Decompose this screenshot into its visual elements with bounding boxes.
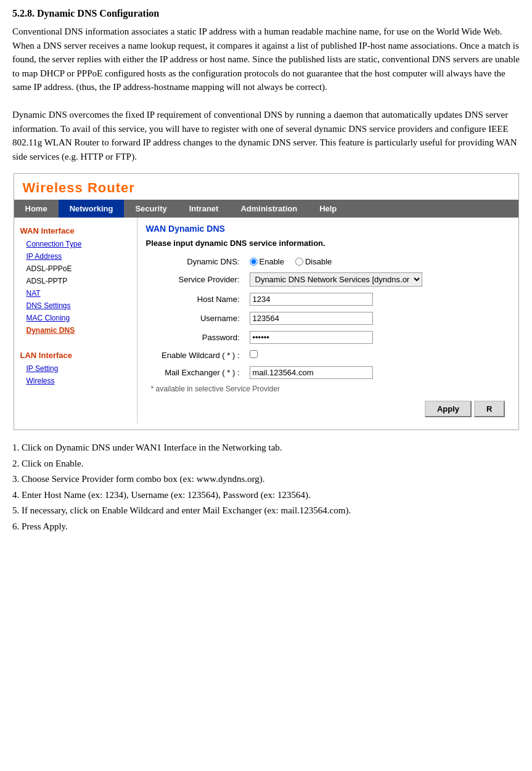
disable-radio[interactable]: [295, 258, 303, 266]
username-label: Username:: [146, 309, 245, 328]
wildcard-checkbox[interactable]: [250, 350, 258, 358]
sidebar-link-connection-type[interactable]: Connection Type: [14, 238, 137, 250]
step-5: 5. If necessary, click on Enable Wildcar…: [12, 503, 520, 519]
dynamic-dns-row: Dynamic DNS: Enable Disable: [146, 254, 510, 269]
wildcard-label: Enable Wildcard ( * ) :: [146, 347, 245, 363]
host-name-cell: [245, 290, 510, 309]
username-input[interactable]: [250, 312, 373, 325]
section-title: WAN Dynamic DNS: [146, 224, 510, 234]
mail-exchanger-input[interactable]: [250, 366, 373, 379]
password-row: Password:: [146, 328, 510, 347]
wildcard-row: Enable Wildcard ( * ) :: [146, 347, 510, 363]
host-name-input[interactable]: [250, 293, 373, 306]
sidebar-link-dns-settings[interactable]: DNS Settings: [14, 300, 137, 312]
password-cell: [245, 328, 510, 347]
enable-label: Enable: [260, 257, 284, 266]
host-name-row: Host Name:: [146, 290, 510, 309]
nav-networking[interactable]: Networking: [59, 200, 125, 218]
router-title: Wireless Router: [23, 180, 135, 195]
nav-administration[interactable]: Administration: [229, 200, 308, 218]
mail-exchanger-label: Mail Exchanger ( * ) :: [146, 363, 245, 382]
main-content: WAN Dynamic DNS Please input dynamic DNS…: [137, 218, 518, 423]
router-header: Wireless Router: [14, 174, 518, 200]
service-provider-cell: Dynamic DNS Network Services [dyndns.org…: [245, 269, 510, 290]
nav-help[interactable]: Help: [308, 200, 348, 218]
nav-home[interactable]: Home: [14, 200, 59, 218]
instruction-text: Please input dynamic DNS service informa…: [146, 239, 510, 248]
sidebar-link-ip-setting[interactable]: IP Setting: [14, 362, 137, 375]
sidebar-link-ip-address[interactable]: IP Address: [14, 250, 137, 263]
disable-radio-label[interactable]: Disable: [295, 257, 332, 266]
username-cell: [245, 309, 510, 328]
sidebar-link-nat[interactable]: NAT: [14, 287, 137, 300]
step-6: 6. Press Apply.: [12, 519, 520, 535]
service-provider-select[interactable]: Dynamic DNS Network Services [dyndns.org…: [250, 272, 422, 287]
nav-bar: Home Networking Security Intranet Admini…: [14, 200, 518, 218]
step-3: 3. Choose Service Provider form combo bo…: [12, 471, 520, 487]
button-row: Apply R: [146, 396, 510, 417]
apply-button[interactable]: Apply: [425, 401, 472, 417]
enable-radio-label[interactable]: Enable: [250, 257, 284, 266]
sidebar-link-wireless[interactable]: Wireless: [14, 375, 137, 387]
step-1: 1. Click on Dynamic DNS under WAN1 Inter…: [12, 440, 520, 456]
password-label: Password:: [146, 328, 245, 347]
sidebar-link-mac-cloning[interactable]: MAC Cloning: [14, 312, 137, 324]
intro-para-1: Conventional DNS information associates …: [12, 25, 520, 94]
bottom-steps: 1. Click on Dynamic DNS under WAN1 Inter…: [12, 440, 520, 534]
mail-exchanger-cell: [245, 363, 510, 382]
password-input[interactable]: [250, 331, 373, 344]
reset-button[interactable]: R: [474, 401, 504, 417]
step-2: 2. Click on Enable.: [12, 456, 520, 472]
sidebar-text-adsl-pppoe: ADSL-PPPoE: [14, 263, 137, 275]
service-provider-label: Service Provider:: [146, 269, 245, 290]
enable-radio[interactable]: [250, 258, 258, 266]
router-box: Wireless Router Home Networking Security…: [14, 173, 519, 430]
sidebar: WAN Interface Connection Type IP Address…: [14, 218, 137, 423]
mail-exchanger-row: Mail Exchanger ( * ) :: [146, 363, 510, 382]
service-provider-row: Service Provider: Dynamic DNS Network Se…: [146, 269, 510, 290]
dns-radio-group: Enable Disable: [250, 257, 505, 266]
step-4: 4. Enter Host Name (ex: 1234), Username …: [12, 487, 520, 504]
content-area: WAN Interface Connection Type IP Address…: [14, 218, 518, 423]
form-table: Dynamic DNS: Enable Disable: [146, 254, 510, 382]
dynamic-dns-label: Dynamic DNS:: [146, 254, 245, 269]
username-row: Username:: [146, 309, 510, 328]
dynamic-dns-options: Enable Disable: [245, 254, 510, 269]
intro-para-2: Dynamic DNS overcomes the fixed IP requi…: [12, 108, 520, 163]
wan-interface-title: WAN Interface: [14, 222, 137, 238]
disable-label: Disable: [305, 257, 332, 266]
sidebar-link-dynamic-dns[interactable]: Dynamic DNS: [14, 324, 137, 337]
sidebar-text-adsl-pptp: ADSL-PPTP: [14, 275, 137, 287]
note-text: * available in selective Service Provide…: [146, 382, 510, 396]
nav-security[interactable]: Security: [124, 200, 178, 218]
wildcard-cell: [245, 347, 510, 363]
lan-interface-title: LAN Interface: [14, 347, 137, 362]
host-name-label: Host Name:: [146, 290, 245, 309]
nav-intranet[interactable]: Intranet: [178, 200, 230, 218]
page-heading: 5.2.8. Dynamic DNS Configuration: [12, 6, 520, 21]
